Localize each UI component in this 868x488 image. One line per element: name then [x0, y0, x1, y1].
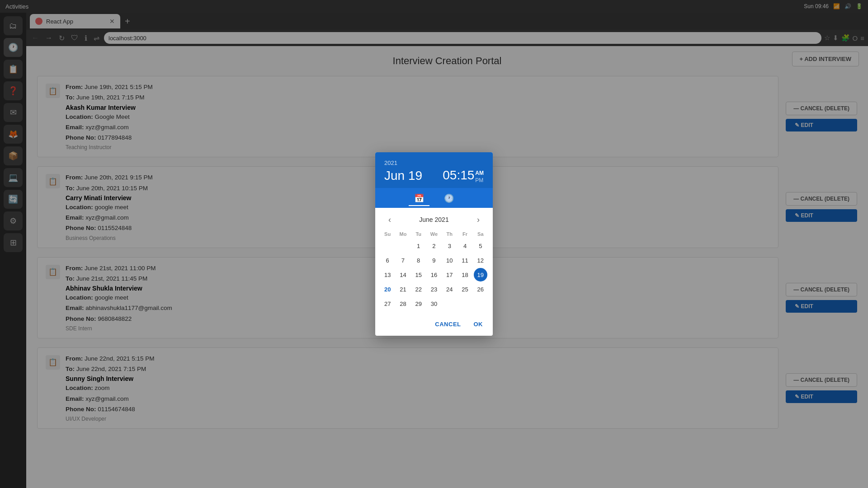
datetime-picker-overlay[interactable]: 2021 Jun 19 05:15 AM PM 📅 🕐 ‹ June 2021	[0, 0, 868, 13]
